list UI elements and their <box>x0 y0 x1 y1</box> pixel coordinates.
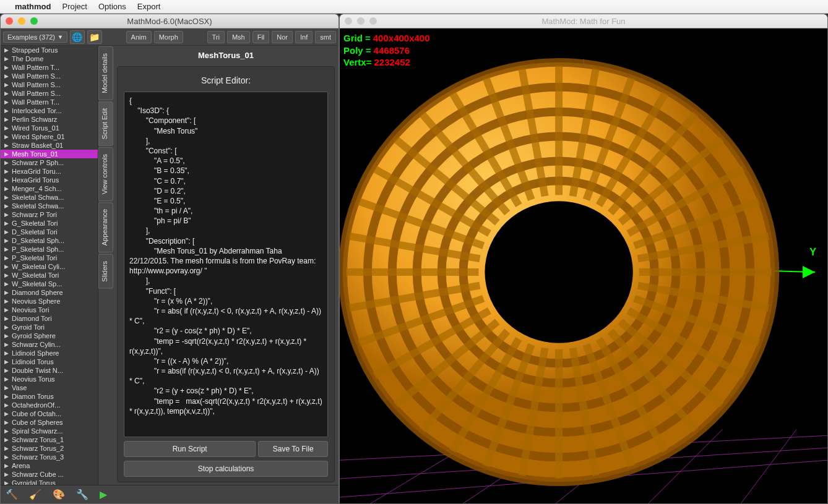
tree-item[interactable]: ▶Diamon Torus <box>1 392 98 401</box>
menu-options[interactable]: Options <box>98 2 126 11</box>
tree-item[interactable]: ▶P_Skeletal Tori <box>1 254 98 262</box>
tree-item[interactable]: ▶Neovius Tori <box>1 305 98 314</box>
tree-item[interactable]: ▶Wired Torus_01 <box>1 124 98 132</box>
menu-export[interactable]: Export <box>137 2 161 11</box>
tree-item[interactable]: ▶Strapped Torus <box>1 46 98 54</box>
tree-item[interactable]: ▶Wall Pattern T... <box>1 63 98 72</box>
disclosure-triangle-icon: ▶ <box>4 263 9 270</box>
minimize-icon[interactable] <box>357 17 364 25</box>
tree-item[interactable]: ▶Gyroidal Torus <box>1 479 98 485</box>
tree-item[interactable]: ▶Schwarz P Tori <box>1 210 98 219</box>
wrench-icon[interactable]: 🔧 <box>76 489 88 500</box>
tree-item[interactable]: ▶Menger_4 Sch... <box>1 184 98 193</box>
tree-item[interactable]: ▶Schwarz Cube ... <box>1 470 98 479</box>
tree-item[interactable]: ▶Schwarz Cylin... <box>1 340 98 349</box>
tree-item[interactable]: ▶Mesh Torus_01 <box>1 150 98 158</box>
palette-icon[interactable]: 🎨 <box>53 489 65 500</box>
save-to-file-button[interactable]: Save To File <box>258 441 328 457</box>
tree-item[interactable]: ▶G_Skeletal Tori <box>1 219 98 228</box>
tree-item[interactable]: ▶Wall Pattern S... <box>1 72 98 80</box>
tree-item[interactable]: ▶HexaGrid Torus <box>1 176 98 184</box>
tree-item[interactable]: ▶Schwarz P Sph... <box>1 158 98 167</box>
stop-calculations-button[interactable]: Stop calculations <box>124 461 328 477</box>
tree-item-label: Wall Pattern S... <box>12 90 61 97</box>
tree-item[interactable]: ▶Wall Pattern S... <box>1 80 98 89</box>
tree-item[interactable]: ▶Diamond Tori <box>1 314 98 323</box>
fil-button[interactable]: Fil <box>252 31 270 43</box>
tree-item[interactable]: ▶Skeletal Schwa... <box>1 202 98 210</box>
tree-item[interactable]: ▶W_Skeletal Cyli... <box>1 262 98 271</box>
brush-icon[interactable]: 🧹 <box>29 489 41 500</box>
maximize-icon[interactable] <box>369 17 377 25</box>
run-script-button[interactable]: Run Script <box>124 441 256 457</box>
tree-item[interactable]: ▶Perlin Schwarz <box>1 115 98 124</box>
minimize-icon[interactable] <box>18 17 25 25</box>
3d-viewport[interactable]: Grid =400x400x400 Poly =4468576 Vertx=22… <box>340 28 827 503</box>
tree-item[interactable]: ▶W_Skeletal Sp... <box>1 280 98 288</box>
tree-item[interactable]: ▶Lidinoid Sphere <box>1 349 98 357</box>
tree-item[interactable]: ▶Diamond Sphere <box>1 288 98 297</box>
tri-button[interactable]: Tri <box>207 31 225 43</box>
folder-button[interactable]: 📁 <box>87 30 102 44</box>
disclosure-triangle-icon: ▶ <box>4 125 9 131</box>
vtab-model-details[interactable]: Model details <box>98 46 113 100</box>
tree-item[interactable]: ▶Vase <box>1 383 98 392</box>
close-icon[interactable] <box>345 17 352 25</box>
tree-item[interactable]: ▶P_Skeletal Sph... <box>1 245 98 254</box>
morph-button[interactable]: Morph <box>154 31 183 43</box>
tree-item[interactable]: ▶Schwarz Torus_1 <box>1 435 98 444</box>
axis-y-label: Y <box>809 247 816 258</box>
nor-button[interactable]: Nor <box>272 31 293 43</box>
tree-item[interactable]: ▶Gyroid Tori <box>1 323 98 331</box>
tree-item[interactable]: ▶The Dome <box>1 54 98 63</box>
tree-item[interactable]: ▶Arena <box>1 461 98 470</box>
tree-item-label: Gyroidal Torus <box>12 479 56 485</box>
vtab-sliders[interactable]: Sliders <box>98 254 113 289</box>
tree-item[interactable]: ▶Wired Sphere_01 <box>1 132 98 141</box>
tree-item[interactable]: ▶Lidinoid Torus <box>1 357 98 366</box>
tree-item[interactable]: ▶HexaGrid Toru... <box>1 167 98 176</box>
tree-item[interactable]: ▶OctahedronOf... <box>1 401 98 409</box>
tree-item-label: Strapped Torus <box>12 46 58 54</box>
tree-item[interactable]: ▶Skeletal Schwa... <box>1 193 98 202</box>
tree-item[interactable]: ▶Straw Basket_01 <box>1 141 98 150</box>
tree-item[interactable]: ▶W_Skeletal Tori <box>1 271 98 280</box>
smt-button[interactable]: smt <box>315 31 336 43</box>
vtab-appearance[interactable]: Appearance <box>98 202 113 252</box>
msh-button[interactable]: Msh <box>227 31 250 43</box>
tree-item[interactable]: ▶Neovius Sphere <box>1 297 98 305</box>
maximize-icon[interactable] <box>30 17 38 25</box>
close-icon[interactable] <box>6 17 13 25</box>
menu-project[interactable]: Project <box>63 2 87 11</box>
tree-item[interactable]: ▶Cube of Spheres <box>1 418 98 427</box>
hammer-icon[interactable]: 🔨 <box>6 489 18 500</box>
examples-dropdown[interactable]: Examples (372)▼ <box>3 32 67 43</box>
inf-button[interactable]: Inf <box>295 31 313 43</box>
tree-item[interactable]: ▶Double Twist N... <box>1 366 98 375</box>
disclosure-triangle-icon: ▶ <box>4 160 9 166</box>
tree-item[interactable]: ▶Schwarz Torus_3 <box>1 453 98 461</box>
tree-item[interactable]: ▶Wall Pattern S... <box>1 89 98 98</box>
anim-button[interactable]: Anim <box>126 31 152 43</box>
tree-item[interactable]: ▶Neovius Torus <box>1 375 98 383</box>
disclosure-triangle-icon: ▶ <box>4 367 9 374</box>
tree-item[interactable]: ▶Schwarz Torus_2 <box>1 444 98 453</box>
menu-app[interactable]: mathmod <box>15 2 51 11</box>
globe-button[interactable]: 🌐 <box>70 30 85 44</box>
tree-item-label: Schwarz P Sph... <box>12 159 64 166</box>
vtab-view-controls[interactable]: View controls <box>98 147 113 201</box>
disclosure-triangle-icon: ▶ <box>4 211 9 218</box>
script-textarea[interactable]: { "Iso3D": { "Component": [ "Mesh Torus"… <box>124 92 328 437</box>
vtab-script-edit[interactable]: Script Edit <box>98 101 113 146</box>
tree-item[interactable]: ▶D_Skeletal Tori <box>1 228 98 236</box>
tree-item[interactable]: ▶Spiral Schwarz... <box>1 427 98 435</box>
tree-item[interactable]: ▶Wall Pattern T... <box>1 98 98 106</box>
tree-item[interactable]: ▶Interlocked Tor... <box>1 106 98 115</box>
tree-item[interactable]: ▶Cube of Octah... <box>1 409 98 418</box>
play-icon[interactable]: ▶ <box>100 489 107 500</box>
tree-item[interactable]: ▶D_Skeletal Sph... <box>1 236 98 245</box>
examples-tree[interactable]: ▶Strapped Torus▶The Dome▶Wall Pattern T.… <box>1 46 98 485</box>
tree-item[interactable]: ▶Gyroid Sphere <box>1 331 98 340</box>
tree-item-label: Schwarz Torus_3 <box>12 453 64 461</box>
tree-item-label: Schwarz P Tori <box>12 211 57 218</box>
